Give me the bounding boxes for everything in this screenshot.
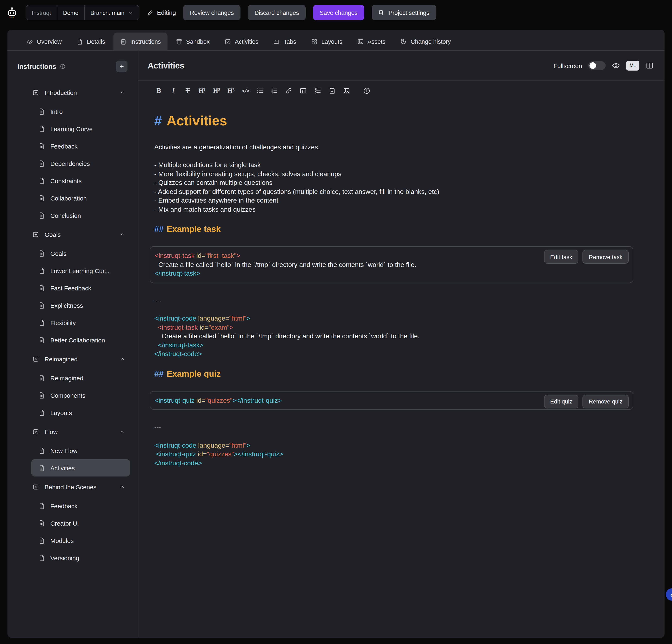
tab-overview[interactable]: Overview	[20, 33, 68, 50]
page-goals[interactable]: Goals	[31, 245, 130, 262]
chevron-up-icon[interactable]	[120, 356, 125, 361]
instruqt-logo-icon[interactable]	[6, 7, 18, 19]
bullet-line: - More flexibility in creating setups, c…	[154, 169, 633, 178]
chevron-up-icon[interactable]	[120, 484, 125, 489]
page-icon	[38, 392, 45, 399]
page-intro[interactable]: Intro	[31, 103, 130, 120]
page-explicitness[interactable]: Explicitness	[31, 297, 130, 314]
markdown-editor[interactable]: #Activities Activities are a generalizat…	[138, 100, 664, 638]
page-icon	[38, 160, 45, 167]
image-icon	[343, 87, 350, 94]
collapse-panel-button[interactable]: «	[666, 588, 672, 601]
toolbar-h1[interactable]: H¹	[198, 86, 206, 95]
toolbar-h3[interactable]: H³	[227, 86, 235, 95]
toolbar-task-list[interactable]	[313, 86, 322, 95]
tab-tabs[interactable]: Tabs	[267, 33, 303, 50]
chevron-up-icon[interactable]	[120, 90, 125, 95]
page-icon	[38, 177, 45, 184]
chevron-up-icon[interactable]	[120, 232, 125, 237]
folder-goals[interactable]: Goals	[31, 224, 130, 245]
app-window: Instruqt Demo Branch: main Editing Revie…	[0, 0, 672, 644]
fullscreen-toggle[interactable]	[588, 61, 605, 70]
folder-icon	[32, 428, 39, 435]
tab-change-history[interactable]: Change history	[394, 33, 457, 50]
toolbar-info[interactable]	[363, 86, 371, 95]
ordered-list-icon: 123	[271, 87, 278, 94]
markdown-mode-button[interactable]: M↓	[626, 61, 639, 71]
folder-icon	[32, 483, 39, 490]
project-button[interactable]: Demo	[57, 5, 85, 20]
tab-sandbox[interactable]: Sandbox	[169, 33, 216, 50]
page-icon	[38, 336, 45, 344]
project-settings-icon	[378, 9, 385, 16]
page-icon	[38, 302, 45, 309]
toolbar-italic[interactable]: I	[169, 86, 177, 95]
plus-icon	[119, 63, 124, 69]
toolbar-strikethrough[interactable]: T	[183, 86, 192, 95]
info-icon	[363, 87, 370, 94]
page-feedback[interactable]: Feedback	[31, 497, 130, 514]
folder-behind-the-scenes[interactable]: Behind the Scenes	[31, 477, 130, 497]
toolbar-h2[interactable]: H²	[213, 86, 221, 95]
page-flexibility[interactable]: Flexibility	[31, 314, 130, 331]
folder-reimagined[interactable]: Reimagined	[31, 349, 130, 369]
page-icon	[38, 537, 45, 544]
table-icon	[300, 87, 307, 94]
page-new-flow[interactable]: New Flow	[31, 442, 130, 459]
toolbar-table[interactable]	[299, 86, 307, 95]
bullet-line: - Quizzes can contain multiple questions	[154, 178, 633, 187]
tab-assets[interactable]: Assets	[351, 33, 392, 50]
toolbar-clipboard[interactable]	[328, 86, 336, 95]
page-collaboration[interactable]: Collaboration	[31, 189, 130, 207]
project-settings-button[interactable]: Project settings	[371, 5, 436, 20]
branch-selector[interactable]: Branch: main	[85, 5, 139, 20]
task-list-icon	[314, 87, 321, 94]
page-icon	[38, 250, 45, 257]
preview-eye-icon[interactable]	[612, 61, 620, 70]
toolbar-image[interactable]	[343, 86, 351, 95]
edit-quiz-button[interactable]: Edit quiz	[544, 395, 578, 408]
tab-activities[interactable]: Activities	[218, 33, 265, 50]
page-better-collaboration[interactable]: Better Collaboration	[31, 331, 130, 349]
tab-layouts[interactable]: Layouts	[304, 33, 349, 50]
page-fast-feedback[interactable]: Fast Feedback	[31, 279, 130, 297]
edit-task-button[interactable]: Edit task	[544, 250, 578, 264]
toolbar-bullet-list[interactable]	[256, 86, 264, 95]
folder-introduction[interactable]: Introduction	[31, 82, 130, 103]
toolbar-link[interactable]	[285, 86, 293, 95]
page-feedback[interactable]: Feedback	[31, 138, 130, 155]
main-panel: OverviewDetailsInstructionsSandboxActivi…	[8, 30, 664, 638]
page-activities[interactable]: Activities	[31, 459, 130, 477]
toolbar-bold[interactable]: B	[155, 86, 163, 95]
page-icon	[38, 554, 45, 561]
page-modules[interactable]: Modules	[31, 532, 130, 549]
page-creator-ui[interactable]: Creator UI	[31, 514, 130, 532]
add-instruction-button[interactable]	[116, 61, 128, 72]
page-lower-learning-cur[interactable]: Lower Learning Cur...	[31, 262, 130, 279]
discard-changes-button[interactable]: Discard changes	[248, 5, 306, 20]
org-button[interactable]: Instruqt	[26, 5, 57, 20]
page-learning-curve[interactable]: Learning Curve	[31, 120, 130, 138]
remove-quiz-button[interactable]: Remove quiz	[583, 395, 629, 408]
page-layouts[interactable]: Layouts	[31, 404, 130, 421]
editor-heading-quiz: ##Example quiz	[154, 368, 633, 379]
remove-task-button[interactable]: Remove task	[583, 250, 629, 264]
page-conclusion[interactable]: Conclusion	[31, 207, 130, 224]
page-constraints[interactable]: Constraints	[31, 172, 130, 189]
toolbar-code[interactable]: </>	[241, 86, 250, 95]
page-versioning[interactable]: Versioning	[31, 549, 130, 567]
review-changes-button[interactable]: Review changes	[183, 5, 240, 20]
page-reimagined[interactable]: Reimagined	[31, 369, 130, 386]
page-icon	[38, 447, 45, 454]
page-icon	[38, 285, 45, 291]
editor-bullet-list: - Multiple conditions for a single task-…	[150, 160, 633, 214]
toolbar-ordered-list[interactable]: 123	[270, 86, 278, 95]
folder-flow[interactable]: Flow	[31, 421, 130, 442]
tab-details[interactable]: Details	[70, 33, 112, 50]
tab-instructions[interactable]: Instructions	[113, 33, 167, 50]
save-changes-button[interactable]: Save changes	[313, 5, 364, 20]
page-components[interactable]: Components	[31, 386, 130, 404]
split-view-icon[interactable]	[646, 61, 654, 70]
page-dependencies[interactable]: Dependencies	[31, 155, 130, 172]
chevron-up-icon[interactable]	[120, 429, 125, 434]
